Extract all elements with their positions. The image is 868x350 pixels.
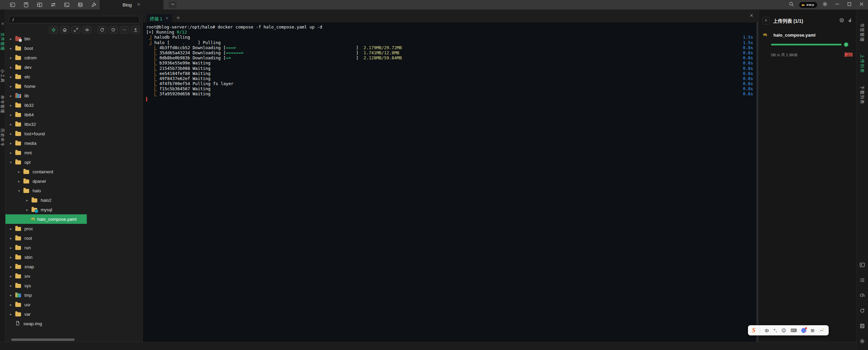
sidebar-close-button[interactable] <box>1 21 5 27</box>
server-list-button[interactable] <box>76 1 85 8</box>
tree-row-tmp[interactable]: ▸tmp <box>5 290 142 300</box>
chevron-collapsed-icon[interactable]: ▸ <box>8 265 13 269</box>
chevron-collapsed-icon[interactable]: ▸ <box>8 94 13 98</box>
tree-row-etc[interactable]: ▸etc <box>5 72 142 81</box>
pro-badge[interactable]: PRO <box>799 2 817 8</box>
chevron-collapsed-icon[interactable]: ▸ <box>8 303 13 307</box>
clear-list-button[interactable] <box>848 18 853 24</box>
chevron-collapsed-icon[interactable]: ▸ <box>8 227 13 231</box>
apps-grid-icon[interactable]: ⊞ <box>811 328 814 333</box>
tab-dropdown-button[interactable] <box>169 1 177 8</box>
chevron-collapsed-icon[interactable]: ▸ <box>8 103 13 107</box>
terminal-tab-close-icon[interactable] <box>165 16 169 21</box>
new-terminal-button[interactable] <box>174 14 182 22</box>
more-dots-button[interactable] <box>120 26 129 34</box>
hidden-files-eye-button[interactable] <box>82 26 92 34</box>
tree-row-bin[interactable]: ▸bin <box>5 34 142 43</box>
terminal-scrollbar[interactable] <box>756 22 758 342</box>
tree-row-lost+found[interactable]: ▸lost+found <box>5 129 142 138</box>
chevron-collapsed-icon[interactable]: ▸ <box>8 236 13 240</box>
ai-assistant-icon[interactable] <box>819 328 825 333</box>
pause-circle-button[interactable] <box>839 18 844 24</box>
session-tab-blog[interactable]: Blog <box>100 0 163 9</box>
refresh-button[interactable] <box>97 26 106 34</box>
dashboard-gauge-button[interactable] <box>860 293 865 299</box>
tree-row-halo2[interactable]: ▸halo2 <box>5 195 142 205</box>
chevron-collapsed-icon[interactable]: ▸ <box>8 151 13 155</box>
right-tab-2[interactable]: 上传列表 <box>860 54 865 73</box>
chevron-expanded-icon[interactable]: ▾ <box>17 189 21 193</box>
emoji-icon[interactable]: ☺ <box>782 328 786 333</box>
chevron-collapsed-icon[interactable]: ▸ <box>8 84 13 88</box>
chevron-collapsed-icon[interactable]: ▸ <box>8 37 13 41</box>
sidebar-tab-2[interactable]: 小工具 <box>0 69 5 83</box>
terminal-session-button[interactable] <box>8 1 17 8</box>
chevron-collapsed-icon[interactable]: ▸ <box>8 113 13 117</box>
chevron-collapsed-icon[interactable]: ▸ <box>17 170 21 174</box>
refresh-button[interactable] <box>860 308 865 315</box>
settings-button[interactable] <box>821 1 829 9</box>
command-terminal-button[interactable] <box>62 1 71 8</box>
chevron-collapsed-icon[interactable]: ▸ <box>8 75 13 79</box>
settings-gear-button[interactable] <box>860 338 865 345</box>
chevron-collapsed-icon[interactable]: ▸ <box>8 255 13 259</box>
tree-row-proc[interactable]: ▸proc <box>5 224 142 233</box>
tree-row-var[interactable]: ▸var <box>5 309 142 319</box>
tree-row-mnt[interactable]: ▸mnt <box>5 148 142 157</box>
tree-row-sys[interactable]: ▸sys <box>5 281 142 290</box>
tree-row-mysql[interactable]: ▸mysql <box>5 205 142 214</box>
upload-delete-button[interactable]: 删除 <box>844 51 853 58</box>
chevron-collapsed-icon[interactable]: ▸ <box>8 246 13 250</box>
close-window-button[interactable] <box>857 1 866 9</box>
upload-button[interactable] <box>131 26 140 34</box>
home-button[interactable] <box>60 26 69 34</box>
tree-row-dpanel[interactable]: ▸dpanel <box>5 176 142 186</box>
sidebar-tab-1[interactable]: 文件管理 <box>0 33 5 51</box>
upload-panel-close-button[interactable] <box>762 17 770 24</box>
tree-row-libx32[interactable]: ▸libx32 <box>5 119 142 129</box>
tree-row-lib[interactable]: ▸lib <box>5 91 142 100</box>
chevron-collapsed-icon[interactable]: ▸ <box>8 312 13 316</box>
tree-row-home[interactable]: ▸home <box>5 81 142 91</box>
tree-row-opt[interactable]: ▾opt <box>5 157 142 167</box>
right-tab-3[interactable]: 下载列表 <box>860 85 865 104</box>
chevron-collapsed-icon[interactable]: ▸ <box>17 179 21 183</box>
chevron-collapsed-icon[interactable]: ▸ <box>8 65 13 69</box>
tree-row-halo_compose.yaml[interactable]: YMLhalo_compose.yaml <box>5 214 87 224</box>
bookmark-file-button[interactable] <box>22 1 31 8</box>
chevron-collapsed-icon[interactable]: ▸ <box>8 46 13 50</box>
chevron-collapsed-icon[interactable]: ▸ <box>8 293 13 297</box>
skin-palette-icon[interactable] <box>801 328 806 333</box>
session-tab-close-icon[interactable] <box>137 2 141 7</box>
chevron-collapsed-icon[interactable]: ▸ <box>25 208 29 212</box>
tree-row-swap.img[interactable]: swap.img <box>5 319 142 328</box>
punctuation-mode-icon[interactable]: °, <box>773 328 777 333</box>
soft-keyboard-icon[interactable]: ⌨ <box>790 328 797 333</box>
tree-row-root[interactable]: ▸root <box>5 233 142 243</box>
tree-row-media[interactable]: ▸media <box>5 138 142 148</box>
filter-sliders-button[interactable] <box>49 1 58 8</box>
split-layout-button[interactable] <box>35 1 44 8</box>
tree-row-containerd[interactable]: ▸containerd <box>5 167 142 176</box>
locate-target-button[interactable] <box>49 26 58 34</box>
tree-row-srv[interactable]: ▸srv <box>5 271 142 281</box>
chinese-mode-icon[interactable]: 中 <box>765 327 769 334</box>
tree-row-run[interactable]: ▸run <box>5 243 142 252</box>
tree-row-snap[interactable]: ▸snap <box>5 262 142 271</box>
search-button[interactable] <box>787 1 796 9</box>
chevron-collapsed-icon[interactable]: ▸ <box>8 56 13 60</box>
terminal-box-button[interactable] <box>860 262 865 269</box>
chevron-collapsed-icon[interactable]: ▸ <box>8 284 13 288</box>
sidebar-tab-3[interactable]: 命令管理 <box>0 95 5 114</box>
tree-row-sbin[interactable]: ▸sbin <box>5 252 142 262</box>
tree-row-dev[interactable]: ▸dev <box>5 62 142 72</box>
tree-row-usr[interactable]: ▸usr <box>5 300 142 309</box>
path-input[interactable] <box>9 16 140 23</box>
tree-row-lib64[interactable]: ▸lib64 <box>5 110 142 119</box>
terminal-tab-1[interactable]: 终端 1 <box>146 14 172 22</box>
maximize-button[interactable] <box>845 1 854 9</box>
task-list-button[interactable] <box>860 277 865 284</box>
chevron-collapsed-icon[interactable]: ▸ <box>8 274 13 278</box>
terminal-output[interactable]: root@blog-server:/opt/halo# docker compo… <box>143 22 758 342</box>
expand-arrows-button[interactable] <box>71 26 80 34</box>
